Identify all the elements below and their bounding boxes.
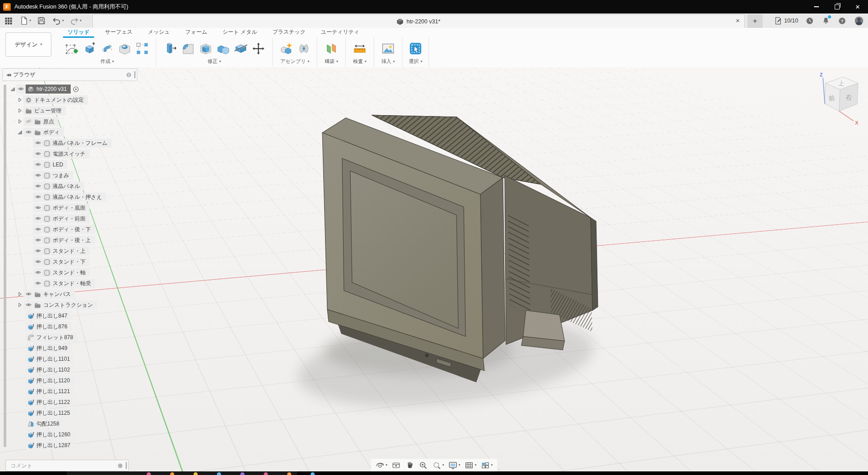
- visibility-eye-icon[interactable]: [35, 259, 41, 265]
- undo-button[interactable]: ▾: [50, 15, 66, 27]
- taskbar-app-icon[interactable]: [194, 472, 198, 475]
- viewports-button[interactable]: ▾: [481, 461, 493, 470]
- zoom-button[interactable]: [418, 461, 428, 470]
- tree-item[interactable]: スタンド・軸受: [2, 278, 137, 289]
- grid-display-button[interactable]: ▾: [465, 461, 477, 470]
- visibility-eye-icon[interactable]: [25, 291, 32, 298]
- insert-image-button[interactable]: [380, 41, 396, 56]
- pan-button[interactable]: [405, 461, 414, 470]
- tree-item[interactable]: 勾配1258: [2, 418, 137, 429]
- new-tab-button[interactable]: +: [747, 14, 763, 28]
- visibility-eye-icon[interactable]: [35, 161, 41, 168]
- visibility-eye-icon[interactable]: [35, 205, 41, 211]
- tree-item[interactable]: 押し出し1101: [2, 354, 137, 364]
- expand-arrow-icon[interactable]: [16, 301, 23, 309]
- help-button[interactable]: ?: [837, 16, 847, 26]
- visibility-eye-icon[interactable]: [25, 118, 32, 125]
- clock-button[interactable]: [805, 16, 814, 26]
- browser-scrollbar[interactable]: [4, 85, 6, 447]
- visibility-eye-icon[interactable]: [35, 226, 41, 233]
- taskbar-app-icon[interactable]: [147, 472, 151, 475]
- taskbar-app-icon[interactable]: [287, 472, 291, 475]
- move-button[interactable]: [251, 41, 266, 56]
- extrude-button[interactable]: [82, 41, 97, 56]
- ribbon-tab-3[interactable]: フォーム: [179, 28, 213, 38]
- construction-button[interactable]: [324, 41, 339, 56]
- tree-item[interactable]: 押し出し949: [2, 343, 137, 354]
- collapse-browser-icon[interactable]: ◀◀: [6, 73, 10, 77]
- close-tab-icon[interactable]: ×: [736, 17, 740, 24]
- tree-item[interactable]: 押し出し1102: [2, 364, 137, 375]
- viewcube[interactable]: 上 前 右 Z X: [809, 70, 868, 128]
- panel-label-修正[interactable]: 修正▾: [208, 58, 221, 67]
- panel-label-検査[interactable]: 検査▾: [353, 58, 366, 67]
- ribbon-tab-0[interactable]: ソリッド: [61, 28, 96, 38]
- expand-arrow-icon[interactable]: [16, 96, 23, 103]
- tree-item[interactable]: 液晶パネル・押さえ: [2, 192, 137, 202]
- press-pull-button[interactable]: [163, 41, 178, 56]
- comment-plus-icon[interactable]: ⊕: [118, 462, 123, 469]
- ribbon-tab-2[interactable]: メッシュ: [141, 28, 176, 38]
- pattern-button[interactable]: [135, 41, 150, 56]
- expand-arrow-icon[interactable]: [16, 118, 23, 125]
- taskbar-app-icon[interactable]: [311, 472, 315, 475]
- shell-button[interactable]: [198, 41, 213, 56]
- job-status-button[interactable]: 10/10: [773, 16, 798, 25]
- visibility-eye-icon[interactable]: [35, 237, 41, 244]
- tree-item[interactable]: コンストラクション: [2, 300, 137, 310]
- tree-item[interactable]: 押し出し1287: [2, 440, 137, 451]
- notifications-button[interactable]: [821, 16, 831, 26]
- tree-item[interactable]: 押し出し847: [2, 310, 137, 321]
- document-tab[interactable]: htr-2200 v31* ×: [92, 14, 745, 28]
- tree-item[interactable]: ボディ・底面: [2, 202, 137, 213]
- visibility-eye-icon[interactable]: [18, 86, 24, 93]
- tree-item[interactable]: ボディ: [2, 127, 137, 138]
- ribbon-tab-4[interactable]: シート メタル: [216, 28, 263, 38]
- close-button[interactable]: ✕: [847, 0, 868, 13]
- visibility-eye-icon[interactable]: [35, 172, 41, 179]
- tree-item[interactable]: フィレット878: [2, 332, 137, 343]
- tree-item[interactable]: 液晶パネル・フレーム: [2, 138, 137, 148]
- tree-item[interactable]: 原点: [2, 116, 137, 127]
- revolve-button[interactable]: [99, 41, 115, 56]
- taskbar-app-icon[interactable]: [217, 472, 221, 475]
- tree-item[interactable]: 押し出し1125: [2, 408, 137, 418]
- tree-item[interactable]: つまみ: [2, 170, 137, 181]
- browser-header-scroll-nub[interactable]: [134, 71, 136, 78]
- joint-button[interactable]: [296, 41, 312, 56]
- tree-item[interactable]: 押し出し1260: [2, 429, 137, 440]
- expand-arrow-icon[interactable]: [16, 291, 23, 298]
- visibility-eye-icon[interactable]: [35, 140, 41, 147]
- create-sketch-button[interactable]: [64, 41, 80, 56]
- panel-label-挿入[interactable]: 挿入▾: [381, 58, 395, 67]
- ribbon-tab-6[interactable]: ユーティリティ: [315, 28, 366, 38]
- panel-label-構築[interactable]: 構築▾: [325, 58, 338, 67]
- fillet-button[interactable]: [181, 41, 196, 56]
- tree-item[interactable]: スタンド・軸: [2, 267, 137, 278]
- panel-label-作成[interactable]: 作成▾: [100, 58, 114, 67]
- new-component-button[interactable]: [279, 41, 294, 56]
- tree-item[interactable]: 電源スイッチ: [2, 148, 137, 159]
- tree-item[interactable]: ボディ・後・下: [2, 224, 137, 235]
- panel-label-選択[interactable]: 選択▾: [409, 58, 422, 67]
- tree-item[interactable]: 押し出し1121: [2, 386, 137, 397]
- visibility-eye-icon[interactable]: [35, 151, 41, 157]
- visibility-eye-icon[interactable]: [35, 269, 41, 276]
- select-button[interactable]: [408, 41, 423, 56]
- tree-item[interactable]: スタンド・下: [2, 256, 137, 267]
- workspace-dropdown[interactable]: デザイン ▾: [5, 32, 51, 57]
- target-icon[interactable]: [72, 86, 79, 93]
- tree-item[interactable]: 押し出し876: [2, 321, 137, 332]
- taskbar-app-icon[interactable]: [170, 472, 174, 475]
- look-at-button[interactable]: [391, 461, 401, 470]
- expand-arrow-icon[interactable]: [16, 107, 23, 114]
- restore-button[interactable]: [827, 0, 847, 13]
- panel-label-アセンブリ[interactable]: アセンブリ▾: [280, 58, 309, 67]
- file-new-button[interactable]: ▾: [17, 15, 33, 27]
- tree-item[interactable]: ビュー管理: [2, 105, 137, 116]
- avatar-button[interactable]: [854, 15, 864, 26]
- browser-minus-icon[interactable]: ⊖: [126, 72, 131, 78]
- tree-item[interactable]: 押し出し1122: [2, 397, 137, 408]
- visibility-eye-icon[interactable]: [25, 129, 32, 136]
- tree-item[interactable]: ドキュメントの設定: [2, 94, 137, 105]
